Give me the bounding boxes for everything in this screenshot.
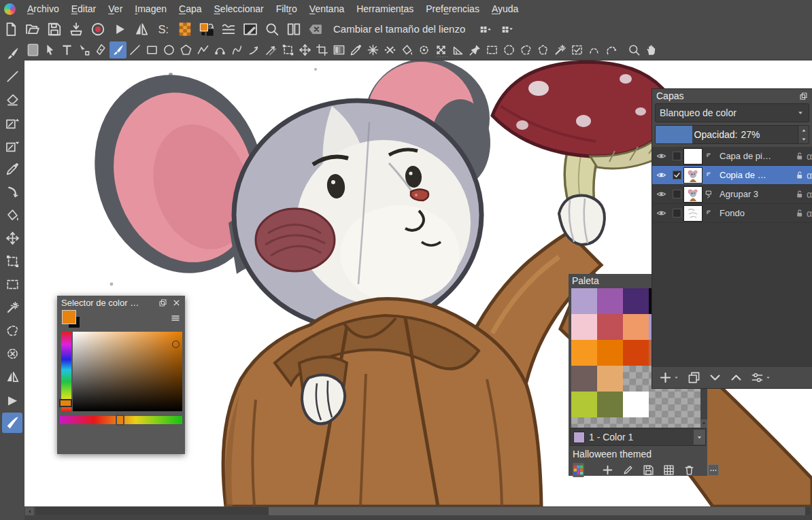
tool-freehand-path[interactable] [229, 41, 246, 58]
checkbox-checked[interactable] [673, 171, 681, 179]
palette-swatch[interactable] [571, 340, 597, 366]
layer-row-fondo[interactable]: Fondoα [652, 204, 812, 223]
lock-icon[interactable] [795, 190, 807, 198]
palette-swatch[interactable] [597, 340, 623, 366]
palette-chooser-button[interactable] [573, 463, 584, 477]
fg-bg-colors-button[interactable] [197, 20, 217, 39]
clear-canvas-button[interactable] [305, 20, 326, 39]
toolbox-curve-brush[interactable] [1, 180, 24, 203]
palette-swatch[interactable] [597, 392, 623, 417]
palette-empty-slot[interactable] [571, 417, 597, 428]
toolbox-move-tool[interactable] [1, 226, 24, 249]
tool-polygon-tool[interactable] [177, 41, 194, 58]
alpha-icon[interactable]: α [807, 170, 812, 181]
layer-visibility-eye-icon[interactable] [652, 151, 670, 161]
float-panel-icon[interactable] [158, 298, 167, 307]
palette-swatch[interactable] [597, 366, 623, 392]
menu-burger-icon[interactable] [170, 313, 181, 324]
palette-swatch[interactable] [623, 288, 649, 314]
saturation-value-field[interactable] [73, 332, 182, 411]
toolbox-color-sampler[interactable] [1, 157, 24, 180]
tool-move-tool[interactable] [297, 41, 314, 58]
lock-icon[interactable] [795, 152, 807, 160]
new-document-button[interactable] [1, 20, 21, 39]
toolbox-eraser[interactable] [1, 88, 24, 111]
tool-ellipse-tool[interactable] [160, 41, 177, 58]
palette-swatch[interactable] [571, 366, 597, 392]
tool-dynamic-brush[interactable] [246, 41, 263, 58]
color-selector-titlebar[interactable]: Selector de color … [57, 296, 185, 309]
color-cursor[interactable] [172, 341, 180, 348]
menu-ventana[interactable]: Ventana [303, 1, 350, 16]
add-layer-button[interactable] [659, 371, 679, 384]
palette-empty-slot[interactable] [623, 366, 649, 392]
import-resource-button[interactable] [66, 20, 86, 39]
layer-visibility-eye-icon[interactable] [652, 189, 670, 199]
palette-swatch[interactable] [571, 288, 597, 314]
menu-preferencias[interactable]: Preferencias [420, 1, 486, 16]
tool-gradient-tool[interactable] [331, 41, 348, 58]
mirror-canvas-button[interactable] [131, 20, 152, 39]
combo-dropdown-icon[interactable] [694, 430, 705, 445]
spin-down-icon[interactable] [798, 135, 809, 143]
scroll-left-button[interactable] [25, 507, 34, 515]
tool-edit-shapes[interactable] [75, 41, 92, 58]
toolbox-freehand-brush[interactable] [1, 41, 24, 65]
menu-archivo[interactable]: Archivo [21, 1, 65, 16]
gradient-chooser-button[interactable] [175, 20, 195, 39]
hue-strip-marker[interactable] [59, 399, 72, 407]
layers-titlebar[interactable]: Capas [652, 89, 812, 103]
palette-swatch[interactable] [597, 314, 623, 340]
palette-swatch[interactable] [623, 340, 649, 366]
tool-pan-tool[interactable] [643, 41, 660, 58]
tool-pattern-edit[interactable] [365, 41, 382, 58]
search-button[interactable] [262, 20, 282, 39]
tool-assistants-tool[interactable] [467, 41, 484, 58]
open-document-button[interactable] [22, 20, 43, 39]
move-layer-down-button[interactable] [709, 371, 722, 384]
palette-swatch[interactable] [623, 314, 649, 340]
tool-line-tool[interactable] [126, 41, 143, 58]
edit-palette-button[interactable] [622, 464, 634, 477]
layer-properties-button[interactable] [751, 371, 771, 384]
tool-text-tool[interactable] [58, 41, 75, 58]
toolbox-flip-horizontal[interactable] [1, 365, 24, 388]
layer-row-copia-de-[interactable]: Copia de …α [652, 166, 812, 185]
tool-select-similar[interactable] [569, 41, 586, 58]
lock-icon[interactable] [795, 209, 807, 218]
menu-editar[interactable]: Editar [65, 1, 103, 16]
palette-swatch[interactable] [597, 288, 623, 314]
close-icon[interactable] [172, 298, 181, 307]
layer-visibility-eye-icon[interactable] [652, 208, 670, 218]
layer-checkbox[interactable] [670, 190, 683, 198]
palette-empty-slot[interactable] [649, 392, 675, 417]
palette-color-combo[interactable]: 1 - Color 1 [570, 428, 706, 446]
alpha-icon[interactable]: α [807, 208, 812, 219]
duplicate-layer-button[interactable] [688, 371, 700, 384]
tool-select-shapes[interactable] [41, 41, 58, 58]
toolbox-play-mirror[interactable] [1, 388, 24, 411]
toolbox-fill-tool[interactable] [1, 203, 24, 226]
tool-select-contiguous[interactable] [552, 41, 569, 58]
tool-polyline-tool[interactable] [194, 41, 212, 58]
menu-capa[interactable]: Capa [173, 1, 207, 16]
menu-herramientas[interactable]: Herramientas [350, 1, 420, 16]
layer-checkbox[interactable] [670, 171, 683, 179]
scrollbar-thumb[interactable] [269, 507, 805, 515]
add-swatch-button[interactable] [602, 464, 613, 477]
lock-icon[interactable] [795, 171, 807, 179]
delete-swatch-button[interactable] [683, 464, 695, 477]
record-macro-button[interactable] [88, 20, 108, 39]
resize-canvas-button[interactable]: Cambiar el tamaño del lienzo [333, 23, 465, 35]
menu-imagen[interactable]: Imagen [129, 1, 173, 16]
toolbox-airbrush[interactable] [2, 413, 22, 433]
palette-empty-slot[interactable] [597, 417, 623, 428]
foreground-color-swatch[interactable] [62, 310, 76, 324]
tool-color-sampler[interactable] [348, 41, 365, 58]
toolbox-select-rectangular[interactable] [1, 273, 24, 296]
toolbox-transform-tool[interactable] [1, 249, 24, 273]
blend-mode-dropdown[interactable]: Blanqueo de color [655, 103, 809, 122]
wrap-around-s-button[interactable]: S: [153, 20, 173, 39]
tool-select-magnetic[interactable] [603, 41, 620, 58]
tool-transform-tool[interactable] [280, 41, 297, 58]
